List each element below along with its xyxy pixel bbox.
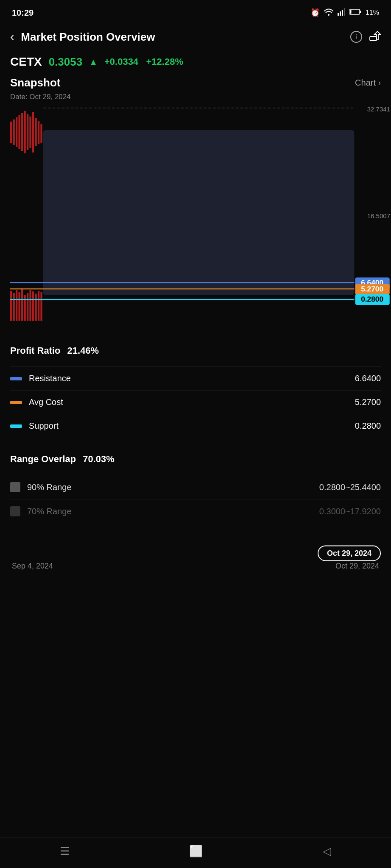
svg-rect-19 xyxy=(35,118,36,146)
snapshot-date: Date: Oct 29, 2024 xyxy=(0,92,391,105)
profit-ratio-value: 21.46% xyxy=(67,345,99,356)
svg-rect-0 xyxy=(338,13,339,16)
avgcost-value: 5.2700 xyxy=(355,397,381,407)
svg-rect-20 xyxy=(38,121,39,144)
range-overlap-value: 70.03% xyxy=(83,454,115,465)
info-icon: i xyxy=(355,33,357,40)
timeline-pill: Oct 29, 2024 xyxy=(318,545,381,561)
nav-back-button[interactable]: ◁ xyxy=(323,845,331,858)
profit-ratio-label: Profit Ratio xyxy=(10,345,61,356)
share-button[interactable] xyxy=(369,30,381,44)
header: ‹ Market Position Overview i xyxy=(0,24,391,50)
support-row: Support 0.2800 xyxy=(10,414,381,438)
status-time: 10:29 xyxy=(12,8,34,18)
svg-rect-33 xyxy=(40,292,42,321)
timeline-section: Oct 29, 2024 Sep 4, 2024 Oct 29, 2024 xyxy=(0,527,391,579)
chart-link-label: Chart xyxy=(355,78,376,88)
support-left: Support xyxy=(10,421,59,431)
wifi-icon xyxy=(324,8,333,18)
svg-rect-11 xyxy=(13,119,14,145)
status-icons: ⏰ 11% xyxy=(310,8,379,18)
range-70-value: 0.3000~17.9200 xyxy=(319,507,381,516)
svg-rect-2 xyxy=(342,10,343,16)
range-70-label: 70% Range xyxy=(27,507,72,516)
info-button[interactable]: i xyxy=(350,31,362,43)
svg-rect-17 xyxy=(29,116,31,148)
range-70-left: 70% Range xyxy=(10,506,72,516)
svg-rect-15 xyxy=(24,111,25,153)
svg-rect-23 xyxy=(13,293,14,321)
svg-rect-3 xyxy=(344,8,345,16)
timeline-line: Oct 29, 2024 xyxy=(10,553,381,553)
svg-rect-29 xyxy=(29,290,31,321)
bottom-nav: ☰ ⬜ ◁ xyxy=(0,837,391,868)
avgcost-color xyxy=(10,401,22,404)
profit-ratio-row: Profit Ratio 21.46% xyxy=(10,345,381,356)
resistance-label: Resistance xyxy=(29,374,71,383)
battery-level: 11% xyxy=(366,9,379,17)
svg-rect-1 xyxy=(340,11,341,16)
svg-rect-14 xyxy=(21,113,23,151)
range-70-row: 70% Range 0.3000~17.9200 xyxy=(10,499,381,523)
snapshot-header: Snapshot Chart › xyxy=(0,72,391,92)
svg-rect-25 xyxy=(18,292,20,321)
timeline-end-date: Oct 29, 2024 xyxy=(335,562,379,571)
range-overlap-label: Range Overlap xyxy=(10,454,76,465)
avgcost-left: Avg Cost xyxy=(10,397,63,407)
svg-rect-10 xyxy=(10,122,12,143)
signal-icon xyxy=(338,8,345,18)
range-90-label: 90% Range xyxy=(27,483,72,492)
support-color xyxy=(10,424,22,428)
chart-container: 32.7341 16.5007 xyxy=(10,105,391,333)
ticker-price: 0.3053 xyxy=(49,55,83,69)
svg-rect-24 xyxy=(16,290,17,321)
svg-rect-16 xyxy=(27,114,28,150)
svg-rect-12 xyxy=(16,117,17,147)
svg-rect-27 xyxy=(24,295,25,321)
svg-rect-32 xyxy=(38,291,39,321)
avgcost-label: Avg Cost xyxy=(29,397,63,407)
resistance-row: Resistance 6.6400 xyxy=(10,366,381,390)
metrics-section: Profit Ratio 21.46% Resistance 6.6400 Av… xyxy=(0,333,391,442)
svg-rect-31 xyxy=(35,294,36,321)
range-overlap-header: Range Overlap 70.03% xyxy=(10,454,381,465)
battery-icon xyxy=(349,8,361,17)
ticker-change: +0.0334 +12.28% xyxy=(104,56,183,67)
timeline-start-date: Sep 4, 2024 xyxy=(12,562,53,571)
range-90-value: 0.2800~25.4400 xyxy=(319,483,381,492)
range-90-left: 90% Range xyxy=(10,482,72,492)
svg-text:0.2800: 0.2800 xyxy=(361,296,383,303)
svg-text:5.2700: 5.2700 xyxy=(361,286,383,293)
range-70-color xyxy=(10,506,20,516)
svg-rect-28 xyxy=(27,293,28,321)
nav-home-button[interactable]: ⬜ xyxy=(189,845,203,858)
nav-menu-button[interactable]: ☰ xyxy=(60,845,70,858)
chevron-right-icon: › xyxy=(378,78,381,87)
range-section: Range Overlap 70.03% 90% Range 0.2800~25… xyxy=(0,442,391,527)
resistance-left: Resistance xyxy=(10,374,71,383)
ticker-row: CETX 0.3053 ▲ +0.0334 +12.28% xyxy=(0,50,391,72)
svg-rect-6 xyxy=(350,10,351,14)
svg-rect-13 xyxy=(18,115,20,149)
avgcost-row: Avg Cost 5.2700 xyxy=(10,390,381,414)
page-title: Market Position Overview xyxy=(21,31,344,44)
svg-rect-18 xyxy=(32,112,34,153)
timeline-dates: Sep 4, 2024 Oct 29, 2024 xyxy=(10,562,381,571)
svg-rect-7 xyxy=(370,36,377,41)
chart-link[interactable]: Chart › xyxy=(355,78,381,88)
back-button[interactable]: ‹ xyxy=(10,31,14,43)
support-label: Support xyxy=(29,421,59,431)
resistance-color xyxy=(10,377,22,380)
svg-rect-30 xyxy=(32,291,34,321)
svg-rect-34 xyxy=(43,130,355,295)
snapshot-title: Snapshot xyxy=(10,76,60,89)
svg-rect-22 xyxy=(10,291,12,321)
range-90-row: 90% Range 0.2800~25.4400 xyxy=(10,475,381,499)
resistance-value: 6.6400 xyxy=(355,374,381,383)
svg-rect-5 xyxy=(360,11,361,13)
alarm-icon: ⏰ xyxy=(310,8,320,17)
support-value: 0.2800 xyxy=(355,421,381,431)
chart-svg: 6.6400 5.2700 0.2800 xyxy=(10,105,391,333)
range-90-color xyxy=(10,482,20,492)
svg-rect-21 xyxy=(40,124,42,143)
